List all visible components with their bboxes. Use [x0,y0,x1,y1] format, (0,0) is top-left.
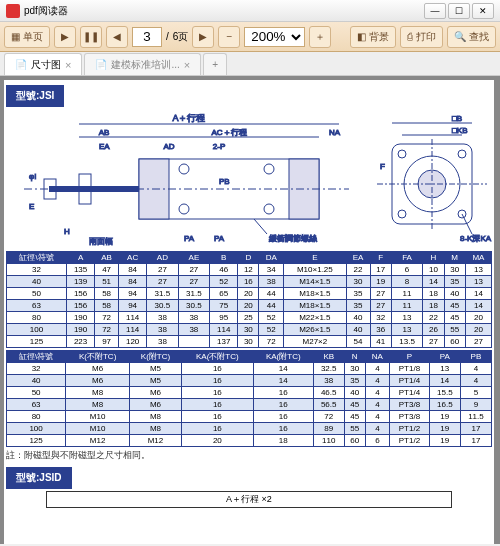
table-cell: 120 [119,336,147,348]
table-cell: 35 [344,375,365,387]
table-cell: PT3/8 [390,411,430,423]
table-cell: 52 [259,312,284,324]
table-header: AB [95,252,119,264]
table-header: PA [429,351,460,363]
minimize-button[interactable]: — [424,3,446,19]
table-cell: 84 [119,276,147,288]
table-cell: 60 [344,435,365,447]
zoom-select[interactable]: 200% [244,27,305,47]
zoom-in-button[interactable]: ＋ [309,26,331,48]
svg-text:NA: NA [329,128,341,137]
close-button[interactable]: ✕ [472,3,494,19]
table-header: H [423,252,444,264]
svg-line-29 [254,219,267,234]
svg-text:AB: AB [99,128,110,137]
table-cell: 94 [119,288,147,300]
table-cell: 125 [7,336,67,348]
table-cell: M5 [130,375,182,387]
next-page-button[interactable]: ▶ [192,26,214,48]
table-cell: M12 [66,435,130,447]
table-cell: 4 [365,411,389,423]
window-title: pdf阅读器 [24,4,68,18]
table-cell: 16 [253,399,313,411]
prev-page-button[interactable]: ◀ [106,26,128,48]
table-header: 缸徑\符號 [7,351,66,363]
table-header: M [444,252,465,264]
model-label-jsi: 型號:JSI [10,88,60,104]
table-header: AC [119,252,147,264]
table-cell: PT1/4 [390,387,430,399]
maximize-button[interactable]: ☐ [448,3,470,19]
table-cell: 16 [238,276,259,288]
table-cell: 190 [67,324,95,336]
table-cell: 94 [119,300,147,312]
table-cell: 45 [344,411,365,423]
table-header: E [284,252,346,264]
table-cell: 80 [7,312,67,324]
table-cell: 156 [67,300,95,312]
table-cell: 40 [344,387,365,399]
print-button[interactable]: ⎙打印 [400,26,443,48]
table-cell: M6 [130,387,182,399]
table-cell: 32 [7,264,67,276]
table-cell: 84 [119,264,147,276]
tab-training[interactable]: 📄 建模标准培训... × [84,53,201,75]
svg-text:E: E [29,202,34,211]
table-cell: 4 [460,375,491,387]
table-cell: 15.5 [429,387,460,399]
tab-add-button[interactable]: + [203,53,227,75]
find-button[interactable]: 🔍查找 [447,26,496,48]
table-cell: 13 [391,324,422,336]
tab-bar: 📄 尺寸图 × 📄 建模标准培训... × + [0,52,500,76]
table-header: KA(附TC) [253,351,313,363]
window-controls: — ☐ ✕ [424,3,494,19]
svg-text:EA: EA [99,142,110,151]
table-cell: 30 [238,336,259,348]
svg-point-16 [264,204,274,214]
tab-close-icon[interactable]: × [65,59,71,71]
page-number-input[interactable] [132,27,162,47]
table-cell: 20 [238,300,259,312]
table-cell: 17 [370,264,391,276]
table-cell: 80 [7,411,66,423]
table-cell: M26×1.5 [284,324,346,336]
table-cell: 125 [7,435,66,447]
table-cell: 41 [370,336,391,348]
svg-text:2-P: 2-P [213,142,225,151]
table-cell: 9 [460,399,491,411]
table-header: N [344,351,365,363]
page-icon: ▦ [11,31,20,42]
table-cell: 27 [370,300,391,312]
table-cell: 20 [238,288,259,300]
table-cell: M8 [130,423,182,435]
search-icon: 🔍 [454,31,466,42]
tab-close-icon[interactable]: × [184,59,190,71]
table-header: KA(不附TC) [181,351,253,363]
tab-dimensions[interactable]: 📄 尺寸图 × [4,53,82,75]
table-cell: 18 [423,288,444,300]
table-cell: 4 [365,375,389,387]
table-cell: 114 [119,312,147,324]
table-header: AE [178,252,209,264]
pdf-icon: 📄 [15,59,27,70]
single-page-button[interactable]: ▦ 单页 [4,26,50,48]
zoom-out-button[interactable]: − [218,26,240,48]
table-cell: 26 [423,324,444,336]
table-cell: 45 [344,399,365,411]
background-button[interactable]: ◧背景 [350,26,396,48]
table-cell: 31.5 [178,288,209,300]
table-cell: 38 [313,375,344,387]
table-header: FA [391,252,422,264]
table-cell: 135 [67,264,95,276]
svg-point-38 [458,150,466,158]
pause-button[interactable]: ❚❚ [80,26,102,48]
table-header: NA [365,351,389,363]
table-cell: 114 [210,324,238,336]
play-button[interactable]: ▶ [54,26,76,48]
svg-text:AC＋行程: AC＋行程 [211,128,246,137]
table-cell: 27 [147,276,178,288]
document-viewport[interactable]: 型號:JSI A＋行程 AB AC＋行程 NA EA AD 2-P [0,76,500,544]
footnote: 註：附磁型與不附磁型之尺寸相同。 [6,449,492,462]
table-cell: 4 [460,363,491,375]
table-cell: 32.5 [313,363,344,375]
